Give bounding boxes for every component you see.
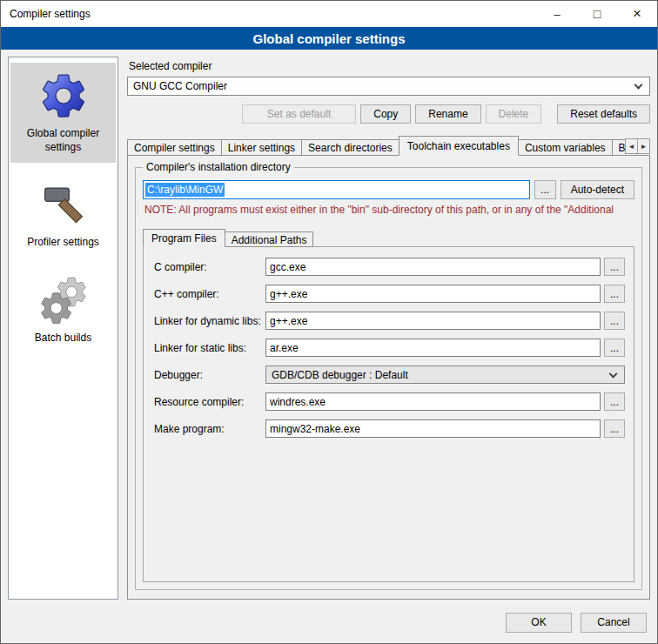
maximize-button[interactable]: □ <box>577 1 617 27</box>
reset-defaults-button[interactable]: Reset defaults <box>557 104 650 124</box>
program-files-panel: C compiler: ... C++ compiler: ... Linker… <box>143 246 634 582</box>
chevron-down-icon <box>634 81 643 90</box>
profiler-tool-icon <box>37 178 90 231</box>
close-button[interactable]: × <box>617 1 657 27</box>
make-program-row: Make program: ... <box>154 419 625 438</box>
set-as-default-button: Set as default <box>242 104 356 124</box>
window-titlebar: Compiler settings – □ × <box>1 1 657 27</box>
copy-button[interactable]: Copy <box>360 104 411 124</box>
install-dir-selected-text: C:\raylib\MinGW <box>145 183 225 197</box>
program-files-subtabstrip: Program Files Additional Paths <box>143 229 634 247</box>
window-title: Compiler settings <box>1 1 537 27</box>
cancel-button[interactable]: Cancel <box>581 613 647 633</box>
linker-dynamic-row: Linker for dynamic libs: ... <box>154 312 625 330</box>
subtab-program-files[interactable]: Program Files <box>143 229 225 247</box>
linker-dynamic-input[interactable] <box>265 312 601 330</box>
auto-detect-button[interactable]: Auto-detect <box>561 180 634 199</box>
compiler-action-buttons: Set as default Copy Rename Delete Reset … <box>127 104 650 124</box>
tab-linker-settings[interactable]: Linker settings <box>221 139 302 156</box>
tab-compiler-settings[interactable]: Compiler settings <box>127 139 222 156</box>
tab-scroll-right-button[interactable]: ► <box>637 138 650 154</box>
install-dir-input[interactable]: C:\raylib\MinGW <box>143 180 530 199</box>
resource-compiler-input[interactable] <box>265 392 601 411</box>
minimize-button[interactable]: – <box>537 1 577 27</box>
debugger-row: Debugger: GDB/CDB debugger : Default <box>154 366 625 384</box>
c-compiler-input[interactable] <box>265 258 601 276</box>
make-program-label: Make program: <box>154 423 265 435</box>
debugger-value: GDB/CDB debugger : Default <box>272 369 408 381</box>
sidebar-item-label: Profiler settings <box>27 236 99 250</box>
compiler-gear-icon <box>37 70 90 122</box>
compiler-settings-main: Selected compiler GNU GCC Compiler Set a… <box>127 57 650 600</box>
installation-directory-group: Compiler's installation directory C:\ray… <box>135 161 642 590</box>
tab-search-directories[interactable]: Search directories <box>301 139 400 156</box>
resource-compiler-row: Resource compiler: ... <box>154 392 625 411</box>
subtab-additional-paths[interactable]: Additional Paths <box>225 231 314 247</box>
c-compiler-row: C compiler: ... <box>154 258 625 276</box>
sidebar-item-batch-builds[interactable]: Batch builds <box>10 267 116 354</box>
installation-directory-group-title: Compiler's installation directory <box>143 161 294 173</box>
tab-toolchain-executables[interactable]: Toolchain executables <box>399 136 519 156</box>
resource-compiler-label: Resource compiler: <box>154 396 265 408</box>
settings-tabstrip: Compiler settings Linker settings Search… <box>127 136 650 156</box>
sidebar-item-label: Batch builds <box>35 332 91 345</box>
toolchain-executables-panel: Compiler's installation directory C:\ray… <box>127 155 650 600</box>
sidebar-item-label: Global compiler settings <box>12 127 114 154</box>
make-program-input[interactable] <box>265 419 601 438</box>
c-compiler-label: C compiler: <box>154 261 265 273</box>
sidebar-item-global-compiler-settings[interactable]: Global compiler settings <box>10 63 116 163</box>
debugger-label: Debugger: <box>154 369 265 381</box>
linker-static-row: Linker for static libs: ... <box>154 339 625 357</box>
tab-scroll-left-button[interactable]: ◄ <box>625 138 638 154</box>
cpp-compiler-browse-button[interactable]: ... <box>604 285 625 303</box>
note-text: NOTE: All programs must exist either in … <box>144 204 634 216</box>
linker-static-input[interactable] <box>265 339 601 357</box>
dialog-footer: OK Cancel <box>1 608 657 643</box>
dialog-content: Global compiler settings Profiler settin… <box>1 50 657 608</box>
install-dir-row: C:\raylib\MinGW ... Auto-detect <box>143 180 634 199</box>
tab-custom-variables[interactable]: Custom variables <box>518 139 613 156</box>
tab-list: Compiler settings Linker settings Search… <box>127 136 650 156</box>
delete-button: Delete <box>486 104 542 124</box>
ok-button[interactable]: OK <box>506 613 572 633</box>
linker-dynamic-label: Linker for dynamic libs: <box>154 315 265 327</box>
settings-category-sidebar: Global compiler settings Profiler settin… <box>8 57 118 600</box>
cpp-compiler-label: C++ compiler: <box>154 288 265 300</box>
resource-compiler-browse-button[interactable]: ... <box>604 392 625 411</box>
batch-builds-gears-icon <box>37 274 90 326</box>
linker-static-label: Linker for static libs: <box>154 342 265 354</box>
rename-button[interactable]: Rename <box>415 104 480 124</box>
sidebar-item-profiler-settings[interactable]: Profiler settings <box>10 171 116 258</box>
selected-compiler-label: Selected compiler <box>129 60 650 72</box>
cpp-compiler-row: C++ compiler: ... <box>154 285 625 303</box>
selected-compiler-combo[interactable]: GNU GCC Compiler <box>127 77 650 96</box>
install-dir-browse-button[interactable]: ... <box>534 180 556 199</box>
cpp-compiler-input[interactable] <box>265 285 601 303</box>
page-title-banner: Global compiler settings <box>1 27 657 50</box>
debugger-combo[interactable]: GDB/CDB debugger : Default <box>265 366 625 384</box>
linker-static-browse-button[interactable]: ... <box>604 339 625 357</box>
tab-scroll-buttons: ◄ ► <box>626 138 650 154</box>
chevron-down-icon <box>609 369 618 378</box>
c-compiler-browse-button[interactable]: ... <box>604 258 625 276</box>
linker-dynamic-browse-button[interactable]: ... <box>604 312 625 330</box>
subtab-list: Program Files Additional Paths <box>143 229 634 247</box>
make-program-browse-button[interactable]: ... <box>604 419 625 438</box>
selected-compiler-value: GNU GCC Compiler <box>133 80 227 92</box>
